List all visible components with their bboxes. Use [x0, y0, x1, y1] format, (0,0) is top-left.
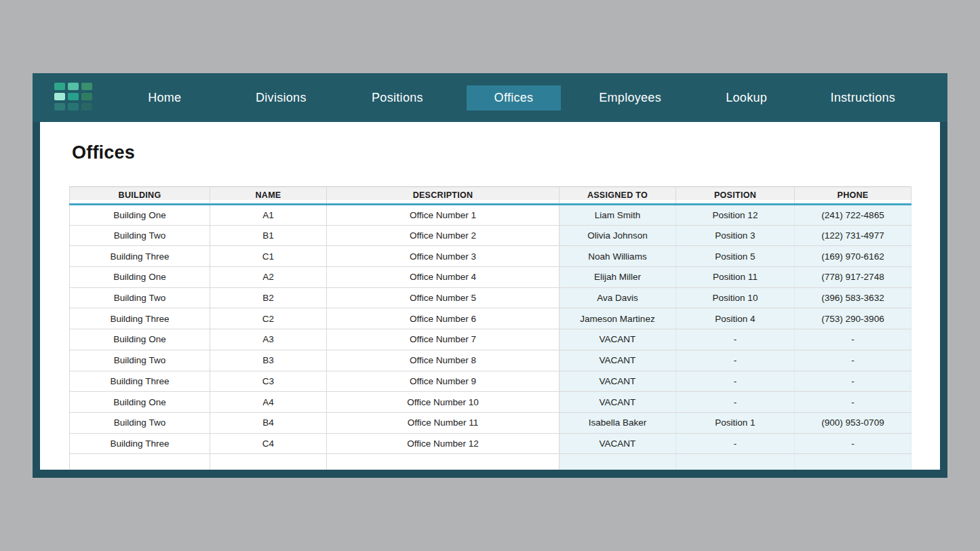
cell-phone[interactable]: (753) 290-3906 — [795, 308, 912, 329]
cell-assigned-to[interactable]: Elijah Miller — [560, 267, 676, 288]
cell-building[interactable]: Building One — [70, 392, 210, 413]
cell-building[interactable]: Building Three — [70, 371, 210, 392]
cell-phone[interactable]: (396) 583-3632 — [795, 287, 912, 308]
cell-description[interactable]: Office Number 11 — [327, 412, 560, 433]
cell-name[interactable]: B1 — [210, 225, 327, 246]
cell-empty[interactable] — [795, 454, 912, 470]
cell-building[interactable]: Building Three — [70, 246, 210, 267]
cell-building[interactable]: Building One — [70, 267, 210, 288]
cell-description[interactable]: Office Number 7 — [327, 329, 560, 350]
nav-tab-employees[interactable]: Employees — [572, 85, 688, 110]
cell-empty[interactable] — [560, 454, 676, 470]
column-header-phone[interactable]: PHONE — [795, 187, 912, 205]
cell-description[interactable]: Office Number 10 — [327, 392, 560, 413]
logo-square — [81, 103, 92, 110]
cell-position[interactable]: - — [676, 350, 795, 371]
content-area: Offices BUILDING NAME DESCRIPTION ASSIGN… — [40, 122, 940, 470]
cell-building[interactable]: Building Two — [70, 287, 210, 308]
cell-name[interactable]: C2 — [210, 308, 327, 329]
cell-building[interactable]: Building One — [70, 205, 210, 226]
cell-description[interactable]: Office Number 4 — [327, 267, 560, 288]
cell-building[interactable]: Building Two — [70, 412, 210, 433]
cell-phone[interactable]: (900) 953-0709 — [795, 412, 912, 433]
cell-description[interactable]: Office Number 9 — [327, 371, 560, 392]
cell-name[interactable]: B4 — [210, 412, 327, 433]
cell-phone[interactable]: - — [795, 350, 912, 371]
cell-assigned-to[interactable]: Jameson Martinez — [560, 308, 676, 329]
cell-phone[interactable]: - — [795, 329, 912, 350]
cell-position[interactable]: Position 5 — [676, 246, 795, 267]
cell-assigned-to[interactable]: Noah Williams — [560, 246, 676, 267]
cell-building[interactable]: Building Two — [70, 225, 210, 246]
cell-description[interactable]: Office Number 3 — [327, 246, 560, 267]
cell-building[interactable]: Building Two — [70, 350, 210, 371]
column-header-assigned-to[interactable]: ASSIGNED TO — [560, 187, 676, 205]
cell-description[interactable]: Office Number 1 — [327, 205, 560, 226]
cell-phone[interactable]: - — [795, 392, 912, 413]
cell-position[interactable]: - — [676, 371, 795, 392]
cell-building[interactable]: Building Three — [70, 308, 210, 329]
cell-description[interactable]: Office Number 8 — [327, 350, 560, 371]
cell-name[interactable]: C1 — [210, 246, 327, 267]
cell-description[interactable]: Office Number 2 — [327, 225, 560, 246]
cell-phone[interactable]: - — [795, 371, 912, 392]
nav-tab-instructions[interactable]: Instructions — [804, 85, 921, 110]
cell-position[interactable]: - — [676, 392, 795, 413]
nav-tab-label: Divisions — [234, 85, 328, 110]
column-header-position[interactable]: POSITION — [676, 187, 795, 205]
cell-name[interactable]: A3 — [210, 329, 327, 350]
cell-assigned-to[interactable]: VACANT — [560, 392, 676, 413]
cell-empty[interactable] — [676, 454, 795, 470]
cell-assigned-to[interactable]: Olivia Johnson — [560, 225, 676, 246]
cell-position[interactable]: Position 1 — [676, 412, 795, 433]
cell-name[interactable]: B2 — [210, 287, 327, 308]
cell-assigned-to[interactable]: VACANT — [560, 350, 676, 371]
cell-description[interactable]: Office Number 6 — [327, 308, 560, 329]
cell-position[interactable]: Position 11 — [676, 267, 795, 288]
cell-position[interactable]: - — [676, 329, 795, 350]
table-row: Building OneA2Office Number 4Elijah Mill… — [70, 267, 912, 288]
cell-phone[interactable]: (169) 970-6162 — [795, 246, 912, 267]
cell-description[interactable]: Office Number 5 — [327, 287, 560, 308]
cell-assigned-to[interactable]: VACANT — [560, 371, 676, 392]
cell-assigned-to[interactable]: Liam Smith — [560, 205, 676, 226]
cell-name[interactable]: A2 — [210, 267, 327, 288]
cell-phone[interactable]: (778) 917-2748 — [795, 267, 912, 288]
cell-assigned-to[interactable]: Ava Davis — [560, 287, 676, 308]
cell-position[interactable]: - — [676, 433, 795, 454]
nav-tab-lookup[interactable]: Lookup — [688, 85, 805, 110]
nav-tab-divisions[interactable]: Divisions — [223, 85, 340, 110]
cell-name[interactable]: A1 — [210, 205, 327, 226]
cell-name[interactable]: C3 — [210, 371, 327, 392]
cell-assigned-to[interactable]: VACANT — [560, 329, 676, 350]
column-header-building[interactable]: BUILDING — [70, 187, 210, 205]
cell-building[interactable]: Building One — [70, 329, 210, 350]
cell-description[interactable]: Office Number 12 — [327, 433, 560, 454]
logo-square — [54, 93, 65, 100]
cell-empty[interactable] — [327, 454, 560, 470]
cell-assigned-to[interactable]: Isabella Baker — [560, 412, 676, 433]
column-header-name[interactable]: NAME — [210, 187, 327, 205]
cell-phone[interactable]: - — [795, 433, 912, 454]
cell-position[interactable]: Position 3 — [676, 225, 795, 246]
cell-phone[interactable]: (122) 731-4977 — [795, 225, 912, 246]
cell-position[interactable]: Position 10 — [676, 287, 795, 308]
table-row: Building ThreeC2Office Number 6Jameson M… — [70, 308, 912, 329]
cell-phone[interactable]: (241) 722-4865 — [795, 205, 912, 226]
cell-empty[interactable] — [70, 454, 210, 470]
cell-name[interactable]: A4 — [210, 392, 327, 413]
cell-empty[interactable] — [210, 454, 327, 470]
nav-tab-label: Instructions — [816, 85, 910, 110]
table-row: Building TwoB2Office Number 5Ava DavisPo… — [70, 287, 912, 308]
nav-tab-home[interactable]: Home — [106, 85, 223, 110]
cell-position[interactable]: Position 4 — [676, 308, 795, 329]
cell-building[interactable]: Building Three — [70, 433, 210, 454]
cell-name[interactable]: B3 — [210, 350, 327, 371]
nav-tab-offices[interactable]: Offices — [456, 85, 572, 110]
cell-assigned-to[interactable]: VACANT — [560, 433, 676, 454]
cell-name[interactable]: C4 — [210, 433, 327, 454]
nav-tab-positions[interactable]: Positions — [339, 85, 456, 110]
cell-position[interactable]: Position 12 — [676, 205, 795, 226]
column-header-description[interactable]: DESCRIPTION — [327, 187, 560, 205]
table-header-row: BUILDING NAME DESCRIPTION ASSIGNED TO PO… — [70, 187, 912, 205]
